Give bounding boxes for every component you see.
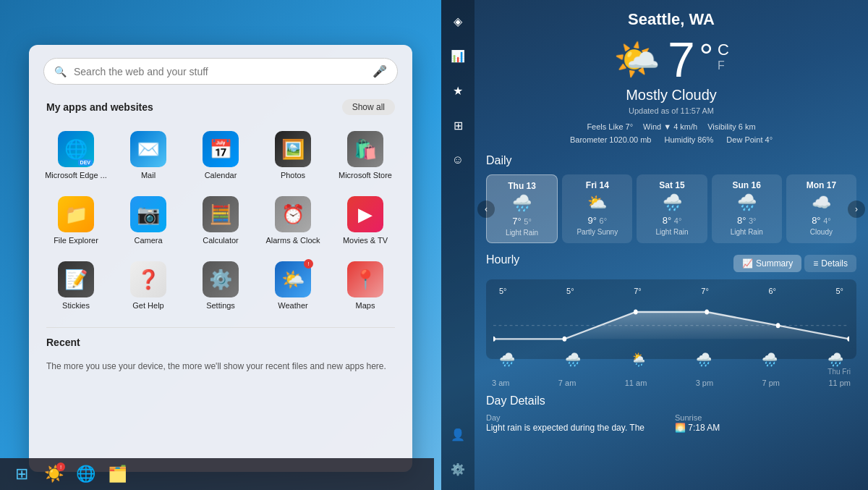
chart-icon: 📈	[742, 258, 753, 269]
calendar-label: Calendar	[205, 171, 237, 180]
day-card-sun-16[interactable]: Sun 16 🌧️ 8° 3° Light Rain	[712, 174, 782, 243]
photos-icon: 🖼️	[275, 131, 311, 167]
svg-point-2	[634, 310, 638, 315]
daily-nav-left[interactable]: ‹	[477, 200, 495, 218]
sidebar-icon-star[interactable]: ★	[447, 80, 469, 101]
app-item-settings[interactable]: ⚙️Settings	[187, 255, 255, 316]
camera-label: Camera	[134, 236, 162, 245]
app-item-explorer[interactable]: 📁File Explorer	[42, 190, 110, 251]
app-item-stickies[interactable]: 📝Stickies	[42, 255, 110, 316]
notification-badge: !	[56, 462, 65, 471]
maps-label: Maps	[356, 301, 375, 311]
divider	[46, 327, 395, 328]
explorer-icon: 📁	[58, 196, 94, 232]
day-name: Sun 16	[716, 180, 778, 190]
temp-units: C F	[718, 41, 729, 72]
hourly-icons-row: 🌧️🌧️🌦️🌧️🌧️🌧️	[493, 350, 849, 368]
day-card-sat-15[interactable]: Sat 15 🌧️ 8° 4° Light Rain	[637, 174, 707, 243]
day-temps: 8° 4°	[641, 215, 702, 226]
day-value: Light rain is expected during the day. T…	[486, 422, 668, 434]
app-item-calculator[interactable]: 🧮Calculator	[187, 190, 255, 251]
sidebar-icon-profile[interactable]: 👤	[447, 423, 469, 445]
app-item-camera[interactable]: 📷Camera	[114, 190, 182, 251]
city-name: Seattle, WA	[486, 10, 856, 29]
hourly-temp: 5°	[566, 287, 574, 295]
day-card-fri-14[interactable]: Fri 14 ⛅ 9° 6° Partly Sunny	[562, 174, 632, 243]
recent-empty-text: The more you use your device, the more w…	[46, 360, 395, 373]
day-name: Sat 15	[641, 180, 702, 190]
day-card-mon-17[interactable]: Mon 17 ☁️ 8° 4° Cloudy	[786, 174, 856, 243]
edge-icon: 🌐	[76, 465, 95, 483]
hourly-icon: 🌧️	[827, 352, 843, 368]
day-name: Thu 13	[491, 181, 553, 191]
app-item-movies[interactable]: ▶Movies & TV	[331, 190, 399, 251]
sidebar-icon-grid[interactable]: ⊞	[447, 114, 469, 136]
summary-tab[interactable]: 📈 Summary	[733, 255, 801, 272]
files-icon: 🗂️	[108, 465, 127, 483]
day-temps: 8° 4°	[791, 215, 852, 226]
dewpoint-stat: Dew Point 4°	[726, 135, 773, 144]
alarms-label: Alarms & Clock	[265, 236, 320, 245]
app-item-photos[interactable]: 🖼️Photos	[259, 125, 327, 186]
sidebar-icon-logo[interactable]: ◈	[447, 10, 469, 32]
celsius-unit[interactable]: C	[718, 41, 729, 59]
sidebar-icon-chart[interactable]: 📊	[447, 45, 469, 67]
sunrise-label: Sunrise	[675, 413, 856, 422]
app-item-gethelp[interactable]: ❓Get Help	[114, 255, 182, 316]
hourly-time: 11 pm	[828, 379, 851, 387]
temperature-display: 7 ° C F	[668, 35, 729, 84]
taskbar-weather-icon[interactable]: ☀️ !	[41, 461, 67, 487]
sidebar-icon-gear[interactable]: ⚙️	[447, 458, 469, 480]
day-temps: 8° 3°	[716, 215, 778, 226]
app-item-edge[interactable]: 🌐DEVMicrosoft Edge ...	[42, 125, 110, 186]
app-item-weather[interactable]: 🌤️!Weather	[259, 255, 327, 316]
day-temps: 7° 5°	[491, 216, 553, 227]
daily-nav-right[interactable]: ›	[848, 200, 865, 218]
app-item-mail[interactable]: ✉️Mail	[114, 125, 182, 186]
hourly-icon: 🌧️	[565, 352, 581, 368]
search-bar[interactable]: 🔍 🎤	[43, 58, 398, 85]
fahrenheit-unit[interactable]: F	[718, 59, 729, 72]
temperature-value: 7	[668, 35, 695, 84]
gethelp-label: Get Help	[132, 301, 163, 311]
weather-panel: ◈📊★⊞☺👤⚙️ Seattle, WA 🌤️ 7 ° C F Mostly C…	[441, 0, 868, 490]
search-input[interactable]	[74, 66, 365, 77]
visibility-stat: Visibility 6 km	[707, 122, 755, 131]
list-icon: ≡	[813, 258, 818, 269]
hourly-time-labels: 3 am7 am11 am3 pm7 pm11 pm	[486, 379, 856, 387]
hourly-temp: 5°	[835, 287, 843, 295]
alarms-icon: ⏰	[275, 196, 311, 232]
day-details-title: Day Details	[486, 394, 856, 407]
hourly-temp: 7°	[634, 287, 642, 295]
day-card-thu-13[interactable]: Thu 13 🌧️ 7° 5° Light Rain	[486, 174, 558, 243]
day-name: Mon 17	[791, 180, 852, 190]
daily-cards: Thu 13 🌧️ 7° 5° Light Rain Fri 14 ⛅ 9° 6…	[486, 174, 856, 243]
app-item-store[interactable]: 🛍️Microsoft Store	[331, 125, 399, 186]
start-menu: 🔍 🎤 My apps and websites Show all 🌐DEVMi…	[29, 45, 412, 472]
taskbar-edge-icon[interactable]: 🌐	[72, 461, 98, 487]
show-all-button[interactable]: Show all	[342, 99, 395, 115]
sidebar-icon-face[interactable]: ☺	[447, 149, 469, 171]
app-item-calendar[interactable]: 📅Calendar	[187, 125, 255, 186]
apps-grid: 🌐DEVMicrosoft Edge ...✉️Mail📅Calendar🖼️P…	[29, 119, 412, 324]
updated-text: Updated as of 11:57 AM	[486, 106, 856, 115]
taskbar: ⊞ ☀️ ! 🌐 🗂️	[0, 458, 434, 490]
day-condition: Partly Sunny	[566, 228, 628, 236]
hourly-line-chart	[493, 297, 849, 347]
camera-icon: 📷	[130, 196, 166, 232]
day-weather-icon: ⛅	[566, 193, 628, 212]
app-item-maps[interactable]: 📍Maps	[331, 255, 399, 316]
wind-stat: Wind ▼ 4 km/h	[643, 122, 697, 131]
hourly-time: 7 am	[558, 379, 576, 387]
app-item-alarms[interactable]: ⏰Alarms & Clock	[259, 190, 327, 251]
settings-label: Settings	[206, 301, 235, 311]
taskbar-start-button[interactable]: ⊞	[9, 461, 35, 487]
taskbar-files-icon[interactable]: 🗂️	[104, 461, 130, 487]
microphone-icon[interactable]: 🎤	[373, 64, 387, 78]
details-label: Details	[821, 258, 848, 269]
desktop: 🔍 🎤 My apps and websites Show all 🌐DEVMi…	[0, 0, 868, 490]
day-condition: Light Rain	[641, 228, 702, 236]
maps-icon: 📍	[347, 261, 383, 297]
details-tab[interactable]: ≡ Details	[804, 255, 856, 272]
svg-point-0	[493, 337, 495, 342]
